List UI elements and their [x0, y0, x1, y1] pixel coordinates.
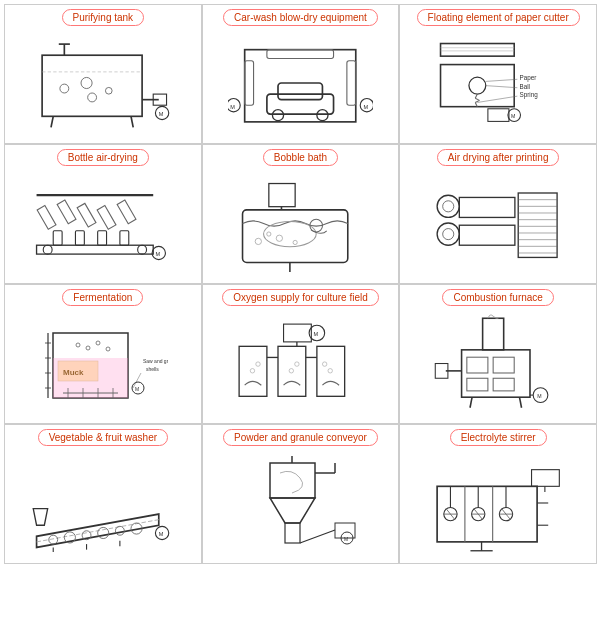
svg-rect-120 — [284, 324, 312, 342]
svg-line-39 — [486, 85, 518, 87]
svg-rect-18 — [267, 94, 334, 114]
svg-rect-74 — [459, 197, 515, 217]
image-purifying-tank: M — [9, 30, 197, 135]
svg-rect-14 — [245, 49, 356, 121]
svg-point-143 — [115, 526, 124, 535]
title-combustion-furnace: Combustion furnace — [442, 289, 554, 306]
main-grid: Purifying tank M — [0, 0, 601, 568]
svg-rect-55 — [119, 230, 128, 244]
title-vegetable-fruit-washer: Vegetable & fruit washer — [38, 429, 168, 446]
svg-rect-59 — [243, 209, 348, 262]
title-oxygen-supply: Oxygen supply for culture field — [222, 289, 379, 306]
cell-car-wash: Car-wash blow-dry equipment M — [202, 4, 400, 144]
svg-text:M: M — [158, 111, 163, 117]
image-bottle-air-drying: M — [9, 170, 197, 275]
image-oxygen-supply: M — [207, 310, 395, 415]
svg-text:M: M — [344, 536, 348, 542]
svg-rect-50 — [97, 205, 116, 229]
cell-bobble-bath: Bobble bath — [202, 144, 400, 284]
svg-text:M: M — [364, 103, 369, 109]
image-electrolyte-stirrer — [404, 450, 592, 555]
svg-line-12 — [51, 116, 53, 127]
svg-point-72 — [443, 200, 454, 211]
svg-rect-110 — [278, 346, 306, 396]
svg-point-45 — [43, 245, 52, 254]
svg-rect-124 — [482, 318, 503, 350]
svg-point-46 — [137, 245, 146, 254]
image-bobble-bath — [207, 170, 395, 275]
cell-fermentation: Fermentation Muck — [4, 284, 202, 424]
cell-air-drying-printing: Air drying after printing — [399, 144, 597, 284]
svg-point-4 — [105, 87, 112, 94]
svg-rect-54 — [97, 230, 106, 244]
svg-rect-75 — [459, 225, 515, 245]
svg-text:M: M — [511, 113, 515, 119]
cell-floating-element: Floating element of paper cutter Paper — [399, 4, 597, 144]
cell-combustion-furnace: Combustion furnace M — [399, 284, 597, 424]
svg-point-5 — [87, 92, 96, 101]
svg-point-116 — [289, 368, 293, 372]
svg-text:M: M — [230, 103, 235, 109]
svg-point-64 — [276, 235, 282, 241]
svg-text:M: M — [537, 393, 541, 399]
svg-rect-126 — [467, 357, 488, 373]
svg-text:M: M — [158, 531, 163, 537]
svg-text:Muck: Muck — [63, 368, 84, 377]
svg-point-119 — [323, 361, 327, 365]
svg-text:M: M — [135, 386, 139, 392]
svg-rect-29 — [440, 64, 514, 106]
svg-rect-76 — [518, 192, 557, 256]
svg-text:M: M — [314, 331, 319, 337]
title-floating-element: Floating element of paper cutter — [417, 9, 580, 26]
svg-point-118 — [328, 368, 332, 372]
svg-point-114 — [250, 368, 254, 372]
svg-point-71 — [437, 222, 459, 244]
svg-line-135 — [470, 397, 472, 408]
svg-point-73 — [443, 228, 454, 239]
svg-point-115 — [256, 361, 260, 365]
svg-point-62 — [255, 238, 261, 244]
svg-point-90 — [86, 346, 90, 350]
svg-text:Saw and grain: Saw and grain — [143, 358, 168, 364]
svg-marker-152 — [270, 498, 315, 523]
svg-line-31 — [475, 94, 477, 98]
title-powder-granule: Powder and granule conveyor — [223, 429, 378, 446]
svg-rect-129 — [493, 378, 514, 391]
svg-text:shells: shells — [146, 366, 159, 372]
svg-point-93 — [106, 347, 110, 351]
image-powder-granule: M — [207, 450, 395, 555]
svg-point-117 — [295, 361, 299, 365]
svg-rect-127 — [493, 357, 514, 373]
image-air-drying-printing — [404, 170, 592, 275]
svg-point-70 — [437, 195, 459, 217]
svg-text:Ball: Ball — [519, 82, 530, 89]
svg-rect-16 — [347, 60, 356, 104]
cell-powder-granule: Powder and granule conveyor M — [202, 424, 400, 564]
svg-rect-49 — [77, 203, 96, 227]
title-fermentation: Fermentation — [62, 289, 143, 306]
svg-rect-15 — [245, 60, 254, 104]
svg-line-136 — [519, 397, 521, 408]
svg-text:Paper: Paper — [519, 74, 536, 82]
svg-text:Spring: Spring — [519, 91, 538, 99]
title-air-drying-printing: Air drying after printing — [437, 149, 560, 166]
svg-rect-109 — [239, 346, 267, 396]
title-electrolyte-stirrer: Electrolyte stirrer — [450, 429, 547, 446]
svg-point-63 — [267, 231, 271, 235]
image-fermentation: Muck Saw and grain she — [9, 310, 197, 415]
cell-oxygen-supply: Oxygen supply for culture field — [202, 284, 400, 424]
svg-point-92 — [76, 343, 80, 347]
svg-rect-176 — [531, 469, 559, 486]
title-bottle-air-drying: Bottle air-drying — [57, 149, 149, 166]
title-purifying-tank: Purifying tank — [62, 9, 145, 26]
image-vegetable-fruit-washer: M — [9, 450, 197, 555]
svg-rect-41 — [488, 108, 509, 121]
svg-point-21 — [317, 109, 328, 120]
svg-point-20 — [273, 109, 284, 120]
svg-rect-0 — [42, 55, 142, 116]
svg-point-91 — [96, 341, 100, 345]
svg-rect-51 — [117, 200, 136, 224]
cell-electrolyte-stirrer: Electrolyte stirrer — [399, 424, 597, 564]
svg-line-32 — [475, 98, 479, 100]
svg-line-40 — [477, 96, 517, 102]
